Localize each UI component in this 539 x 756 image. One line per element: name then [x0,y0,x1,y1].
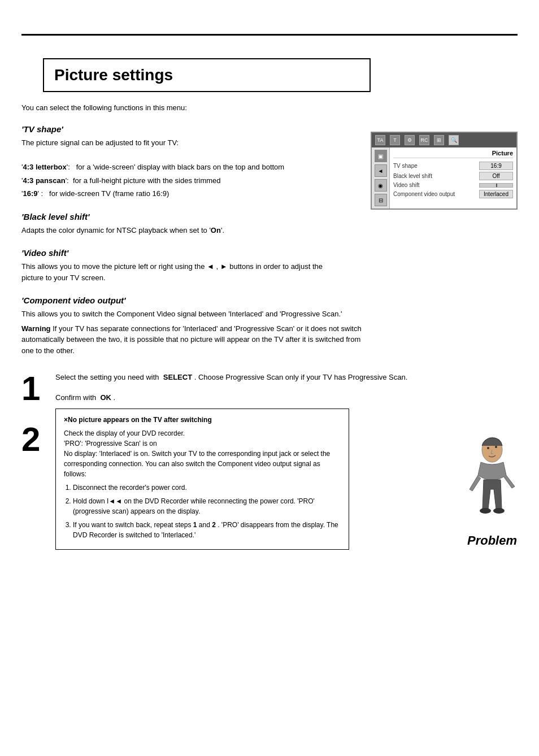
section-black-level-body: Adapts the color dynamic for NTSC playba… [21,225,344,236]
menu-panel-title: Picture [393,150,513,158]
menu-icon-6: 🔍 [449,135,459,145]
component-line-2: Warning If your TV has separate connecti… [21,323,372,357]
tv-shape-line-2: '4:3 letterbox': for a 'wide-screen' dis… [21,162,344,173]
svg-point-2 [495,446,497,448]
svg-point-1 [487,447,489,449]
menu-icon-5: ⊞ [434,135,444,145]
tv-shape-line-1: The picture signal can be adjusted to fi… [21,137,344,149]
menu-left-icon-4: ⊟ [375,194,387,206]
menu-left-icon-1: ▣ [375,150,387,162]
problem-label: Problem [461,531,523,550]
svg-point-4 [493,508,505,514]
steps-text-col: Select the setting you need with SELECT … [55,372,518,559]
menu-left-icon-3: ◉ [375,179,387,192]
menu-header: TA T ⚙ RC ⊞ 🔍 [372,133,516,147]
warning-line-3: No display: 'Interlaced' is on. Switch y… [64,449,341,479]
menu-panel: TA T ⚙ RC ⊞ 🔍 ▣ ◄ ◉ ⊟ Picture TV s [371,132,518,210]
video-shift-line-1: This allows you to move the picture left… [21,261,344,283]
menu-row-component-label: Component video output [393,191,455,197]
menu-icon-3: ⚙ [405,135,415,145]
menu-row-component: Component video output Interlaced [393,190,513,198]
section-component-video: 'Component video output' This allows you… [21,296,518,356]
menu-row-video-shift-label: Video shift [393,182,420,188]
section-black-level: 'Black level shift' Adapts the color dyn… [21,212,518,236]
warning-area: ×No picture appears on the TV after swit… [55,409,518,550]
section-video-shift-title: 'Video shift' [21,248,518,258]
menu-row-black-level-value: Off [479,172,513,180]
warning-line-2: 'PRO': 'Progressive Scan' is on [64,438,341,449]
warning-line-1: Check the display of your DVD recorder. [64,428,341,438]
section-video-shift: 'Video shift' This allows you to move th… [21,248,518,283]
menu-row-video-shift: Video shift [393,182,513,188]
top-rule [21,34,518,36]
title-box: Picture settings [43,58,371,92]
intro-text: You can select the following functions i… [21,103,518,112]
menu-row-video-shift-slider [479,183,513,188]
svg-point-3 [480,508,491,514]
step-number-2: 2 [21,423,55,457]
menu-row-tv-shape-value: 16:9 [479,162,513,170]
menu-sidebar: ▣ ◄ ◉ ⊟ Picture TV shape 16:9 Black leve… [372,147,516,208]
steps-area: 1 2 Select the setting you need with SEL… [21,372,518,559]
tv-shape-line-3: '4:3 panscan': for a full-height picture… [21,175,344,186]
page-title: Picture settings [54,66,359,84]
content-area: TA T ⚙ RC ⊞ 🔍 ▣ ◄ ◉ ⊟ Picture TV s [21,103,518,559]
section-tv-shape-body: The picture signal can be adjusted to fi… [21,137,344,199]
section-video-shift-body: This allows you to move the picture left… [21,261,344,283]
section-component-title: 'Component video output' [21,296,518,305]
warning-box: ×No picture appears on the TV after swit… [55,409,349,550]
menu-icon-1: TA [375,135,385,145]
tv-shape-line-4: '16:9' : for wide-screen TV (frame ratio… [21,188,344,199]
warning-item-2: Hold down I◄◄ on the DVD Recorder while … [73,496,341,516]
step-number-1: 1 [21,372,55,406]
menu-left-icon-2: ◄ [375,164,387,177]
menu-left-col: ▣ ◄ ◉ ⊟ [372,147,390,208]
menu-row-tv-shape: TV shape 16:9 [393,162,513,170]
menu-row-tv-shape-label: TV shape [393,163,418,169]
menu-icon-2: T [390,135,400,145]
step-numbers-col: 1 2 [21,372,55,559]
step-2-text: Confirm with OK . ×No picture appears on… [55,392,518,550]
person-illustration: Problem [461,436,523,550]
page: Picture settings TA T ⚙ RC ⊞ 🔍 ▣ ◄ ◉ ⊟ [0,34,539,756]
warning-item-1: Disconnect the recorder's power cord. [73,483,341,493]
menu-row-component-value: Interlaced [479,190,513,198]
black-level-line-1: Adapts the color dynamic for NTSC playba… [21,225,344,236]
section-black-level-title: 'Black level shift' [21,212,518,221]
step-1-text: Select the setting you need with SELECT … [55,372,518,383]
menu-icon-4: RC [419,135,429,145]
component-line-1: This allows you to switch the Component … [21,309,372,320]
menu-row-black-level-label: Black level shift [393,173,432,179]
warning-box-title: ×No picture appears on the TV after swit… [64,415,341,425]
menu-row-black-level: Black level shift Off [393,172,513,180]
warning-list: Disconnect the recorder's power cord. Ho… [73,483,341,540]
menu-right-col: Picture TV shape 16:9 Black level shift … [390,147,516,208]
warning-item-3: If you want to switch back, repeat steps… [73,520,341,540]
section-component-body: This allows you to switch the Component … [21,309,372,356]
